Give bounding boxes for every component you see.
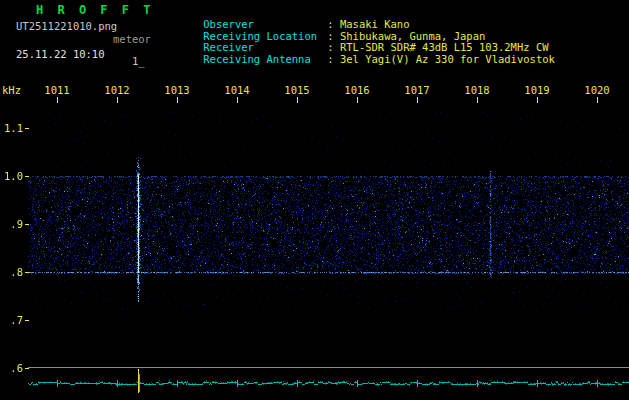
y-tick-label: 1.0 xyxy=(0,170,23,182)
x-tick-label: 1018 xyxy=(462,84,492,96)
y-tick-mark xyxy=(25,272,29,273)
output-filename: UT2511221010.png xyxy=(16,20,117,32)
x-tick-label: 1016 xyxy=(342,84,372,96)
x-tick-mark xyxy=(597,97,598,103)
x-tick-mark xyxy=(357,97,358,103)
x-tick-label: 1011 xyxy=(42,84,72,96)
x-tick-mark xyxy=(477,97,478,103)
x-tick-mark xyxy=(297,97,298,103)
x-tick-label: 1017 xyxy=(402,84,432,96)
antenna-value: : 3el Yagi(V) Az 330 for Vladivostok xyxy=(327,53,555,65)
y-tick-label: 1.1 xyxy=(0,122,23,134)
y-tick-label: .6 xyxy=(0,362,23,374)
x-tick-label: 1012 xyxy=(102,84,132,96)
hrofft-screen: H R O F F T UT2511221010.png meteor 25.1… xyxy=(0,0,629,400)
x-tick-mark xyxy=(537,97,538,103)
y-tick-label: .7 xyxy=(0,314,23,326)
app-title: H R O F F T xyxy=(36,3,154,17)
antenna-label: Receiving Antenna xyxy=(203,53,327,65)
x-tick-label: 1014 xyxy=(222,84,252,96)
observation-mode: meteor xyxy=(113,33,151,45)
y-tick-mark xyxy=(25,224,29,225)
x-tick-mark xyxy=(237,97,238,103)
y-tick-label: .8 xyxy=(0,266,23,278)
x-tick-mark xyxy=(417,97,418,103)
y-tick-mark xyxy=(25,176,29,177)
echo-counter: 1_ xyxy=(132,55,145,67)
y-axis-unit-label: kHz xyxy=(2,84,21,96)
header-row-antenna: Receiving Antenna: 3el Yagi(V) Az 330 fo… xyxy=(178,41,555,77)
x-tick-label: 1015 xyxy=(282,84,312,96)
x-tick-label: 1019 xyxy=(522,84,552,96)
x-tick-label: 1020 xyxy=(582,84,612,96)
x-tick-label: 1013 xyxy=(162,84,192,96)
x-tick-mark xyxy=(57,97,58,103)
x-tick-mark xyxy=(117,97,118,103)
y-tick-mark xyxy=(25,128,29,129)
y-tick-label: .9 xyxy=(0,218,23,230)
y-tick-mark xyxy=(25,368,29,369)
x-tick-mark xyxy=(177,97,178,103)
spectrogram-canvas xyxy=(28,104,629,396)
observation-datetime: 25.11.22 10:10 xyxy=(16,48,105,60)
y-tick-mark xyxy=(25,320,29,321)
